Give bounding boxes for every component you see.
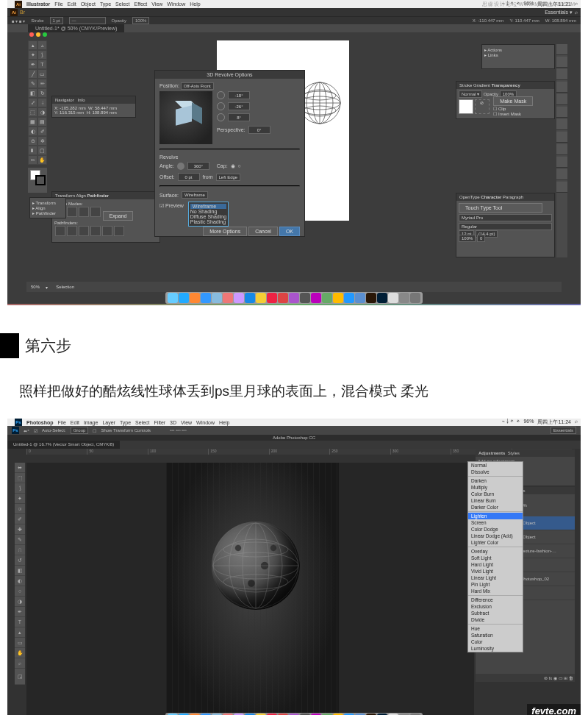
align-tab[interactable]: Align <box>76 193 85 198</box>
stroke-weight[interactable]: 1 pt <box>50 17 63 24</box>
bridge-icon[interactable]: Br <box>20 10 25 15</box>
right-collapsed-panels[interactable] <box>556 44 567 257</box>
clip-check[interactable]: Clip <box>498 107 506 111</box>
dock-app-icon[interactable] <box>322 293 332 303</box>
surface-dropdown[interactable]: Wireframe <box>182 191 208 199</box>
menu-window[interactable]: Window <box>196 420 215 425</box>
shape-builder-tool-icon[interactable]: ◑ <box>37 107 47 117</box>
blend-mode-option[interactable]: Overlay <box>468 548 523 555</box>
paragraph-tab[interactable]: Paragraph <box>503 195 523 199</box>
blend-mode-option[interactable]: Darker Color <box>468 504 523 511</box>
menu-view[interactable]: View <box>151 1 162 7</box>
artboard-tool-icon[interactable]: ▢ <box>37 146 47 155</box>
make-mask-button[interactable]: Make Mask <box>493 96 533 106</box>
blend-mode-option[interactable]: Darken <box>468 477 523 484</box>
links-tab[interactable]: Links <box>488 53 498 57</box>
menu-view[interactable]: View <box>181 420 192 425</box>
blend-mode-option[interactable]: Screen <box>468 519 523 526</box>
clone-stamp-tool-icon[interactable]: ⎍ <box>15 545 25 555</box>
menu-edit[interactable]: Edit <box>68 1 76 7</box>
symbol-sprayer-tool-icon[interactable]: ✲ <box>37 136 47 146</box>
rectangle-tool-icon[interactable]: ▭ <box>37 69 47 79</box>
invert-check[interactable]: Invert Mask <box>498 112 521 116</box>
trim-icon[interactable] <box>67 226 77 236</box>
blend-mode-option[interactable]: Linear Light <box>468 575 523 581</box>
window-controls[interactable] <box>29 32 47 37</box>
blend-mode-option[interactable]: Color Burn <box>468 491 523 497</box>
transparency-panel[interactable]: Stroke Gradient Transparency Normal ▾ Op… <box>456 81 555 119</box>
blend-mode-option[interactable]: Color Dodge <box>468 526 523 533</box>
intersect-icon[interactable] <box>79 207 89 217</box>
dock-app-icon[interactable] <box>300 293 310 303</box>
character-tab[interactable]: Character <box>481 195 501 199</box>
offset-input[interactable] <box>178 173 200 181</box>
gradient-tab[interactable]: Gradient <box>473 83 490 88</box>
eraser-tool-icon[interactable]: ◧ <box>15 566 25 576</box>
dock-app-icon[interactable] <box>179 293 189 303</box>
dock-app-icon[interactable] <box>289 293 299 303</box>
opentype-tab[interactable]: OpenType <box>459 195 480 199</box>
direct-selection-tool-icon[interactable]: ▵ <box>37 40 47 50</box>
align-mini-panel[interactable]: ▸ Transform▸ Align▸ Pathfinder <box>29 197 66 218</box>
blend-mode[interactable]: Normal ▾ <box>459 90 482 98</box>
blend-mode-option[interactable]: Exclusion <box>468 603 523 610</box>
pencil-tool-icon[interactable]: ✏ <box>37 79 47 88</box>
brush-defn[interactable]: — <box>69 17 106 24</box>
mesh-tool-icon[interactable]: ▤ <box>37 117 47 127</box>
blend-mode-option[interactable]: Hard Light <box>468 561 523 568</box>
rotate-y-input[interactable] <box>228 102 250 110</box>
dock-app-icon[interactable] <box>212 293 222 303</box>
blend-mode-option[interactable]: Saturation <box>468 632 523 638</box>
blend-mode-option[interactable]: Hard Mix <box>468 588 523 594</box>
move-tool-icon[interactable]: ⬌ <box>15 463 25 473</box>
dock-app-icon[interactable] <box>267 293 277 303</box>
font-family[interactable]: Myriad Pro <box>459 214 552 221</box>
menu-select[interactable]: Select <box>135 420 149 425</box>
healing-brush-tool-icon[interactable]: ✚ <box>15 524 25 535</box>
blend-mode-option[interactable]: Lighter Color <box>468 539 523 546</box>
blend-mode-option[interactable]: Pin Light <box>468 581 523 588</box>
minus-back-icon[interactable] <box>114 226 124 236</box>
eyedropper-tool-icon[interactable]: ✐ <box>37 127 47 136</box>
canvas-area[interactable] <box>26 463 474 715</box>
va-scale[interactable]: 100% <box>459 235 476 242</box>
tracking[interactable]: 0 <box>477 235 485 242</box>
rotate-tool-icon[interactable]: ↻ <box>37 88 47 98</box>
exclude-icon[interactable] <box>90 207 101 217</box>
rotate-x-icon[interactable] <box>217 91 225 99</box>
blend-tool-icon[interactable]: ⊝ <box>28 136 37 146</box>
tool-palette[interactable]: ▴▵ ✦⟆ ✒T ╱▭ ✎✏ ◧↻ ⤢⟊ ⬚◑ ▦▤ ◐✐ ⊝✲ ⫼▢ ✂✋ <box>28 40 47 165</box>
document-tab[interactable]: Untitled-1 @ 16.7% (Vector Smart Object,… <box>7 441 120 449</box>
rectangle-tool-icon[interactable]: ▭ <box>15 638 25 648</box>
width-tool-icon[interactable]: ⟊ <box>37 98 47 107</box>
menu-help[interactable]: Help <box>190 1 200 7</box>
graph-tool-icon[interactable]: ⫼ <box>28 146 37 155</box>
navigator-panel[interactable]: Navigator Info X: -105.282 mm W: 58.447 … <box>51 96 136 118</box>
menu-type[interactable]: Type <box>120 420 131 425</box>
search-icon[interactable]: ⌕ <box>575 1 578 8</box>
pathfinder-tab[interactable]: Pathfinder <box>87 193 109 198</box>
blend-mode-option[interactable]: Normal <box>468 462 523 469</box>
document-tab[interactable]: Untitled-1* @ 50% (CMYK/Preview) <box>28 24 124 32</box>
crop-icon[interactable] <box>90 226 101 236</box>
crop-tool-icon[interactable]: ⟃ <box>15 504 25 514</box>
blend-mode-option[interactable]: Lighten <box>468 513 523 519</box>
cancel-button[interactable]: Cancel <box>248 227 278 236</box>
slice-tool-icon[interactable]: ✂ <box>28 155 37 165</box>
blend-mode-option[interactable]: Hue <box>468 625 523 632</box>
touch-type-button[interactable]: Touch Type Tool <box>459 203 542 213</box>
blend-mode-option[interactable]: Divide <box>468 616 523 623</box>
line-tool-icon[interactable]: ╱ <box>28 69 37 79</box>
blur-tool-icon[interactable]: ○ <box>15 586 25 597</box>
dock-app-icon[interactable] <box>366 293 376 303</box>
selection-tool-icon[interactable]: ▴ <box>28 40 37 50</box>
blend-mode-option[interactable]: Linear Dodge (Add) <box>468 533 523 539</box>
pen-tool-icon[interactable]: ✒ <box>15 607 25 617</box>
cap-on-icon[interactable]: ◉ <box>231 163 235 169</box>
type-tool-icon[interactable]: T <box>15 617 25 627</box>
dock-app-icon[interactable] <box>234 293 244 303</box>
dock-app-icon[interactable] <box>256 293 266 303</box>
character-panel[interactable]: OpenType Character Paragraph Touch Type … <box>456 193 555 257</box>
transparency-tab[interactable]: Transparency <box>492 83 520 88</box>
hand-tool-icon[interactable]: ✋ <box>37 155 47 165</box>
